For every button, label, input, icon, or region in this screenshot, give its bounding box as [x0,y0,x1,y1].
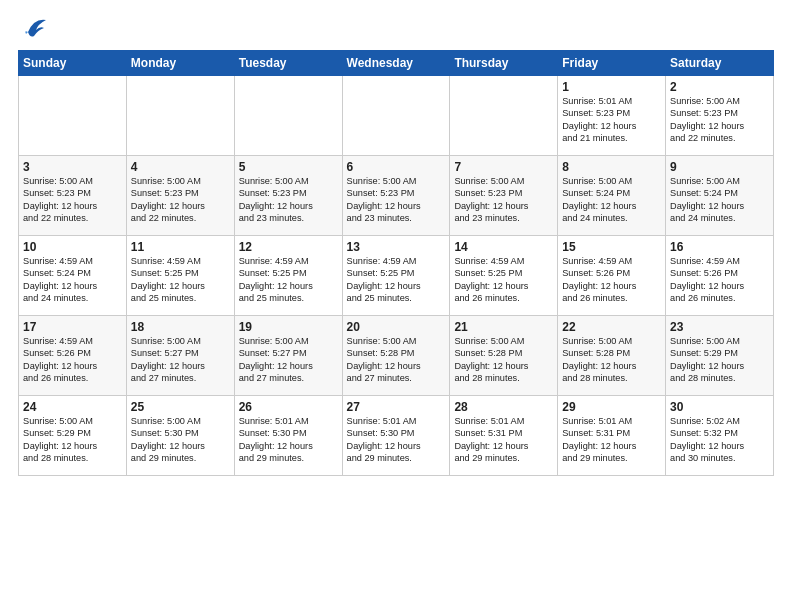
calendar-day-cell: 20Sunrise: 5:00 AM Sunset: 5:28 PM Dayli… [342,316,450,396]
day-number: 15 [562,240,661,254]
header [18,18,774,42]
day-number: 7 [454,160,553,174]
day-info: Sunrise: 4:59 AM Sunset: 5:26 PM Dayligh… [670,255,769,305]
calendar-day-header: Thursday [450,51,558,76]
calendar-day-cell: 25Sunrise: 5:00 AM Sunset: 5:30 PM Dayli… [126,396,234,476]
day-number: 29 [562,400,661,414]
calendar-day-cell [234,76,342,156]
day-number: 17 [23,320,122,334]
day-info: Sunrise: 5:01 AM Sunset: 5:31 PM Dayligh… [562,415,661,465]
day-number: 22 [562,320,661,334]
day-number: 23 [670,320,769,334]
day-number: 12 [239,240,338,254]
day-info: Sunrise: 5:00 AM Sunset: 5:27 PM Dayligh… [239,335,338,385]
day-number: 13 [347,240,446,254]
day-info: Sunrise: 4:59 AM Sunset: 5:26 PM Dayligh… [23,335,122,385]
calendar-week-row: 1Sunrise: 5:01 AM Sunset: 5:23 PM Daylig… [19,76,774,156]
calendar-day-cell: 6Sunrise: 5:00 AM Sunset: 5:23 PM Daylig… [342,156,450,236]
calendar-day-cell: 11Sunrise: 4:59 AM Sunset: 5:25 PM Dayli… [126,236,234,316]
day-info: Sunrise: 5:00 AM Sunset: 5:23 PM Dayligh… [239,175,338,225]
calendar-day-cell: 4Sunrise: 5:00 AM Sunset: 5:23 PM Daylig… [126,156,234,236]
calendar-day-cell: 8Sunrise: 5:00 AM Sunset: 5:24 PM Daylig… [558,156,666,236]
day-info: Sunrise: 4:59 AM Sunset: 5:24 PM Dayligh… [23,255,122,305]
calendar-day-cell: 19Sunrise: 5:00 AM Sunset: 5:27 PM Dayli… [234,316,342,396]
calendar-day-cell: 29Sunrise: 5:01 AM Sunset: 5:31 PM Dayli… [558,396,666,476]
day-number: 28 [454,400,553,414]
day-info: Sunrise: 4:59 AM Sunset: 5:25 PM Dayligh… [347,255,446,305]
calendar-week-row: 24Sunrise: 5:00 AM Sunset: 5:29 PM Dayli… [19,396,774,476]
calendar-day-cell: 14Sunrise: 4:59 AM Sunset: 5:25 PM Dayli… [450,236,558,316]
calendar-week-row: 17Sunrise: 4:59 AM Sunset: 5:26 PM Dayli… [19,316,774,396]
calendar-day-cell: 3Sunrise: 5:00 AM Sunset: 5:23 PM Daylig… [19,156,127,236]
calendar-week-row: 3Sunrise: 5:00 AM Sunset: 5:23 PM Daylig… [19,156,774,236]
day-number: 4 [131,160,230,174]
day-number: 24 [23,400,122,414]
day-info: Sunrise: 5:01 AM Sunset: 5:30 PM Dayligh… [239,415,338,465]
logo [18,18,48,42]
day-number: 19 [239,320,338,334]
calendar-day-cell [450,76,558,156]
day-number: 9 [670,160,769,174]
calendar-day-cell: 1Sunrise: 5:01 AM Sunset: 5:23 PM Daylig… [558,76,666,156]
day-number: 21 [454,320,553,334]
calendar-day-cell: 18Sunrise: 5:00 AM Sunset: 5:27 PM Dayli… [126,316,234,396]
day-number: 11 [131,240,230,254]
day-info: Sunrise: 5:00 AM Sunset: 5:29 PM Dayligh… [670,335,769,385]
day-info: Sunrise: 5:00 AM Sunset: 5:23 PM Dayligh… [670,95,769,145]
day-info: Sunrise: 5:00 AM Sunset: 5:27 PM Dayligh… [131,335,230,385]
calendar-day-cell: 15Sunrise: 4:59 AM Sunset: 5:26 PM Dayli… [558,236,666,316]
day-number: 8 [562,160,661,174]
day-info: Sunrise: 5:00 AM Sunset: 5:30 PM Dayligh… [131,415,230,465]
day-info: Sunrise: 5:00 AM Sunset: 5:23 PM Dayligh… [23,175,122,225]
calendar-header-row: SundayMondayTuesdayWednesdayThursdayFrid… [19,51,774,76]
calendar-day-header: Wednesday [342,51,450,76]
calendar-day-cell: 7Sunrise: 5:00 AM Sunset: 5:23 PM Daylig… [450,156,558,236]
day-number: 14 [454,240,553,254]
day-info: Sunrise: 4:59 AM Sunset: 5:25 PM Dayligh… [454,255,553,305]
calendar-day-cell: 26Sunrise: 5:01 AM Sunset: 5:30 PM Dayli… [234,396,342,476]
day-info: Sunrise: 5:01 AM Sunset: 5:30 PM Dayligh… [347,415,446,465]
calendar-day-cell [19,76,127,156]
day-info: Sunrise: 5:00 AM Sunset: 5:23 PM Dayligh… [454,175,553,225]
day-number: 27 [347,400,446,414]
calendar-day-cell: 13Sunrise: 4:59 AM Sunset: 5:25 PM Dayli… [342,236,450,316]
calendar-day-cell: 17Sunrise: 4:59 AM Sunset: 5:26 PM Dayli… [19,316,127,396]
day-info: Sunrise: 5:01 AM Sunset: 5:23 PM Dayligh… [562,95,661,145]
day-info: Sunrise: 4:59 AM Sunset: 5:25 PM Dayligh… [131,255,230,305]
day-number: 18 [131,320,230,334]
calendar-day-cell: 2Sunrise: 5:00 AM Sunset: 5:23 PM Daylig… [666,76,774,156]
calendar-day-cell: 9Sunrise: 5:00 AM Sunset: 5:24 PM Daylig… [666,156,774,236]
day-info: Sunrise: 5:00 AM Sunset: 5:28 PM Dayligh… [454,335,553,385]
page: SundayMondayTuesdayWednesdayThursdayFrid… [0,0,792,486]
day-number: 1 [562,80,661,94]
calendar-day-header: Friday [558,51,666,76]
calendar-table: SundayMondayTuesdayWednesdayThursdayFrid… [18,50,774,476]
calendar-day-cell [126,76,234,156]
calendar-day-header: Tuesday [234,51,342,76]
day-number: 26 [239,400,338,414]
day-info: Sunrise: 5:00 AM Sunset: 5:23 PM Dayligh… [131,175,230,225]
calendar-day-cell [342,76,450,156]
calendar-day-cell: 22Sunrise: 5:00 AM Sunset: 5:28 PM Dayli… [558,316,666,396]
day-info: Sunrise: 5:00 AM Sunset: 5:23 PM Dayligh… [347,175,446,225]
calendar-week-row: 10Sunrise: 4:59 AM Sunset: 5:24 PM Dayli… [19,236,774,316]
day-info: Sunrise: 5:01 AM Sunset: 5:31 PM Dayligh… [454,415,553,465]
day-info: Sunrise: 5:02 AM Sunset: 5:32 PM Dayligh… [670,415,769,465]
day-number: 3 [23,160,122,174]
day-info: Sunrise: 5:00 AM Sunset: 5:24 PM Dayligh… [562,175,661,225]
day-number: 30 [670,400,769,414]
day-info: Sunrise: 4:59 AM Sunset: 5:26 PM Dayligh… [562,255,661,305]
day-info: Sunrise: 5:00 AM Sunset: 5:24 PM Dayligh… [670,175,769,225]
day-info: Sunrise: 4:59 AM Sunset: 5:25 PM Dayligh… [239,255,338,305]
day-number: 20 [347,320,446,334]
day-info: Sunrise: 5:00 AM Sunset: 5:29 PM Dayligh… [23,415,122,465]
calendar-day-cell: 21Sunrise: 5:00 AM Sunset: 5:28 PM Dayli… [450,316,558,396]
logo-bird-icon [20,14,48,42]
calendar-day-cell: 16Sunrise: 4:59 AM Sunset: 5:26 PM Dayli… [666,236,774,316]
day-number: 16 [670,240,769,254]
calendar-day-cell: 28Sunrise: 5:01 AM Sunset: 5:31 PM Dayli… [450,396,558,476]
calendar-day-header: Saturday [666,51,774,76]
day-number: 2 [670,80,769,94]
day-number: 10 [23,240,122,254]
calendar-day-cell: 24Sunrise: 5:00 AM Sunset: 5:29 PM Dayli… [19,396,127,476]
